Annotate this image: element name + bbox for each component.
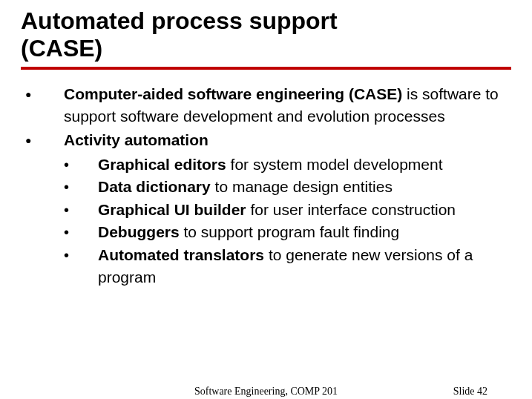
sub-bullet-icon: • (59, 244, 98, 266)
sub-bullet-text: Automated translators to generate new ve… (98, 244, 511, 289)
bullet-level-2: •Graphical editors for system model deve… (59, 154, 511, 176)
bullet-level-2: •Graphical UI builder for user interface… (59, 199, 511, 221)
bullet-level-2: •Automated translators to generate new v… (59, 244, 511, 289)
footer-page-number: 42 (477, 386, 487, 397)
slide: Automated process support (CASE) ●Comput… (0, 0, 532, 399)
sub-bullet-text: Debuggers to support program fault findi… (98, 221, 511, 243)
slide-body: ●Computer-aided software engineering (CA… (21, 83, 511, 289)
bullet-icon: ● (21, 83, 64, 105)
sub-bullet-icon: • (59, 221, 98, 243)
footer-page-prefix: Slide (453, 386, 477, 397)
sub-bullet-text: Data dictionary to manage design entitie… (98, 176, 511, 198)
sub-bullet-icon: • (59, 176, 98, 198)
bullet-text: Computer-aided software engineering (CAS… (64, 83, 511, 128)
footer-page: Slide 42 (453, 386, 487, 398)
footer-course: Software Engineering, COMP 201 (0, 386, 532, 398)
sub-bullet-text: Graphical editors for system model devel… (98, 154, 511, 176)
bullet-level-2: •Data dictionary to manage design entiti… (59, 176, 511, 198)
bullet-level-1: ●Activity automation (21, 129, 511, 151)
sub-bullet-icon: • (59, 154, 98, 176)
slide-title: Automated process support (CASE) (21, 7, 511, 62)
bullet-text: Activity automation (64, 129, 511, 151)
sub-bullet-icon: • (59, 199, 98, 221)
bullet-icon: ● (21, 129, 64, 151)
title-line-2: (CASE) (21, 35, 102, 62)
bullet-level-2: •Debuggers to support program fault find… (59, 221, 511, 243)
title-line-1: Automated process support (21, 7, 338, 34)
bullet-level-1: ●Computer-aided software engineering (CA… (21, 83, 511, 128)
title-underline (21, 67, 511, 70)
sub-bullet-text: Graphical UI builder for user interface … (98, 199, 511, 221)
